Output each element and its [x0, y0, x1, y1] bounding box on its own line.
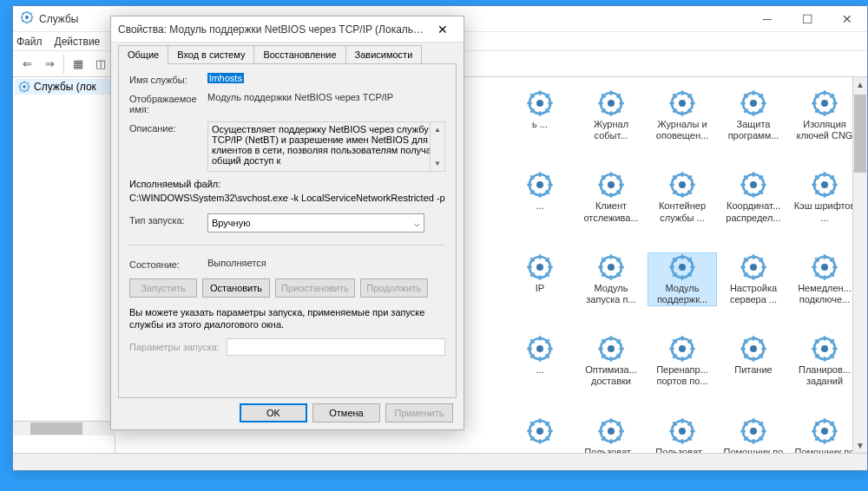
tab-panel-general: Имя службы: lmhosts Отображаемое имя: Мо… [118, 63, 457, 398]
scroll-down-icon[interactable]: ▼ [431, 156, 444, 171]
service-label: IP [506, 283, 574, 294]
menu-action[interactable]: Действие [55, 36, 101, 48]
exe-path: C:\WINDOWS\System32\svchost.exe -k Local… [129, 193, 445, 203]
gear-icon [20, 10, 34, 28]
scroll-down-icon[interactable]: ▼ [853, 438, 867, 453]
gear-icon [526, 417, 554, 445]
tree-panel: Службы (лок [13, 77, 115, 453]
service-label: ь ... [506, 119, 574, 130]
service-label: Помощник по подклю... [791, 447, 858, 454]
service-label: Защита программ... [720, 119, 787, 141]
menu-file[interactable]: Файл [16, 36, 43, 48]
label-display-name: Отображаемое имя: [129, 92, 207, 115]
description-text: Осуществляет поддержку NetBIOS через слу… [212, 124, 440, 166]
tab-dependencies[interactable]: Зависимости [345, 45, 423, 63]
dialog-title: Свойства: Модуль поддержки NetBIOS через… [118, 23, 429, 36]
service-item[interactable]: ... [506, 417, 574, 454]
close-button[interactable]: ✕ [827, 6, 867, 32]
gear-icon [811, 171, 838, 199]
close-button[interactable]: ✕ [429, 17, 457, 42]
stop-button[interactable]: Остановить [202, 278, 270, 298]
description-textbox[interactable]: Осуществляет поддержку NetBIOS через слу… [207, 121, 445, 172]
service-label: Контейнер службы ... [648, 200, 716, 223]
scroll-thumb[interactable] [854, 95, 866, 173]
maximize-button[interactable]: ☐ [787, 6, 827, 32]
service-label: Модуль запуска п... [577, 283, 645, 305]
separator [63, 55, 64, 74]
resume-button: Продолжить [360, 278, 428, 298]
scroll-up-icon[interactable]: ▲ [853, 77, 867, 92]
gear-icon [597, 253, 625, 281]
service-item[interactable]: Модуль поддержк... [648, 253, 716, 305]
startup-type-combo[interactable]: Вручную ⌵ [207, 213, 424, 232]
service-item[interactable]: Координат... распредел... [720, 171, 787, 223]
apply-button: Применить [385, 403, 453, 422]
gear-icon [597, 417, 625, 445]
description-scrollbar[interactable]: ▲ ▼ [430, 122, 444, 171]
vertical-scrollbar[interactable]: ▲ ▼ [852, 77, 867, 453]
service-label: Координат... распредел... [720, 200, 787, 223]
combo-value: Вручную [212, 218, 250, 228]
toolbar-button[interactable]: ▦ [68, 54, 89, 75]
toolbar-button[interactable]: ◫ [90, 54, 111, 75]
tab-logon[interactable]: Вход в систему [168, 45, 254, 63]
service-item[interactable]: Изоляция ключей CNG [791, 89, 858, 141]
gear-icon [740, 171, 767, 199]
service-label: Немедлен... подключе... [791, 283, 858, 305]
service-item[interactable]: Модуль запуска п... [577, 253, 645, 305]
service-label: ... [506, 200, 574, 212]
pause-button: Приостановить [275, 278, 355, 298]
service-item[interactable]: Пользоват... служба бу... [648, 417, 716, 454]
service-item[interactable]: Питание [720, 335, 787, 387]
service-item[interactable]: Пользоват... служба UD... [577, 417, 645, 454]
service-item[interactable]: Планиров... заданий [791, 335, 858, 387]
service-item[interactable]: ь ... [506, 89, 574, 141]
start-button: Запустить [129, 278, 197, 298]
service-item[interactable]: Помощник по входу в ... [720, 417, 787, 454]
service-item[interactable]: Оптимиза... доставки [577, 335, 645, 387]
service-item[interactable]: ... [506, 171, 574, 223]
gear-icon [740, 253, 767, 281]
ok-button[interactable]: OK [240, 403, 307, 422]
service-item[interactable]: Журналы и оповещен... [648, 89, 716, 141]
cancel-button[interactable]: Отмена [312, 403, 380, 422]
gear-icon [668, 417, 696, 445]
value-service-name[interactable]: lmhosts [207, 73, 445, 83]
service-item[interactable]: Немедлен... подключе... [791, 253, 858, 305]
label-description: Описание: [129, 121, 207, 134]
gear-icon [597, 171, 625, 199]
tree-root[interactable]: Службы (лок [15, 79, 113, 95]
scroll-up-icon[interactable]: ▲ [431, 122, 444, 137]
service-label: Изоляция ключей CNG [791, 119, 858, 141]
service-label: Кэш шрифтов ... [791, 200, 858, 223]
service-item[interactable]: ... [506, 335, 574, 387]
back-button[interactable]: ⇐ [16, 54, 37, 75]
forward-button[interactable]: ⇒ [39, 54, 60, 75]
divider [129, 245, 445, 245]
tab-general[interactable]: Общие [118, 45, 168, 64]
service-item[interactable]: Помощник по подклю... [791, 417, 858, 454]
service-label: ... [506, 447, 574, 454]
service-label: Модуль поддержк... [648, 283, 716, 305]
services-grid: ь ...Журнал событ...Журналы и оповещен..… [506, 89, 841, 453]
chevron-down-icon: ⌵ [414, 218, 420, 229]
label-exe: Исполняемый файл: [129, 179, 445, 189]
statusbar [13, 453, 867, 470]
service-label: Журнал событ... [577, 119, 645, 141]
service-label: ... [506, 364, 574, 376]
gear-icon [526, 171, 554, 199]
gear-icon [668, 171, 696, 199]
service-item[interactable]: Журнал событ... [577, 89, 645, 141]
service-item[interactable]: Кэш шрифтов ... [791, 171, 858, 223]
minimize-button[interactable]: ─ [747, 6, 787, 32]
service-item[interactable]: IP [506, 253, 574, 305]
service-item[interactable]: Клиент отслежива... [577, 171, 645, 223]
horizontal-scrollbar[interactable] [13, 421, 115, 435]
tab-recovery[interactable]: Восстановление [253, 45, 345, 63]
gear-icon [526, 253, 554, 281]
scroll-thumb[interactable] [30, 422, 82, 435]
service-item[interactable]: Контейнер службы ... [648, 171, 716, 223]
service-item[interactable]: Перенапр... портов по... [648, 335, 716, 387]
service-item[interactable]: Настройка сервера ... [720, 253, 787, 305]
service-item[interactable]: Защита программ... [720, 89, 787, 141]
